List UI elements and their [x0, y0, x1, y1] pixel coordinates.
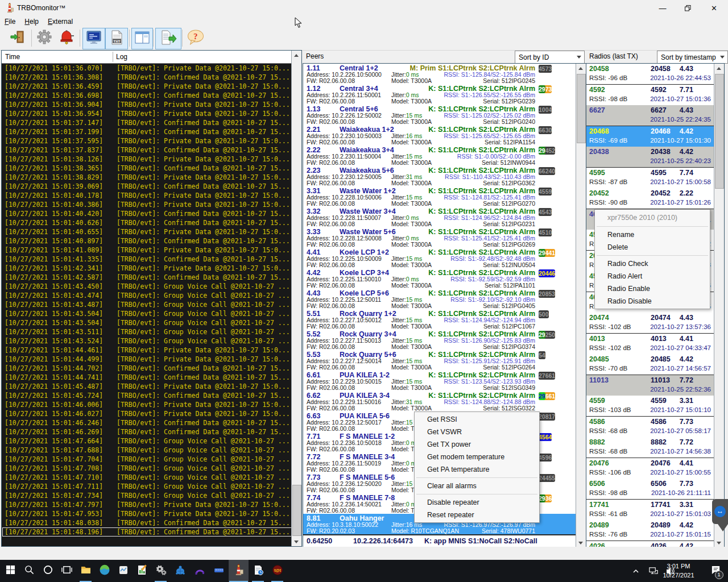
log-row[interactable]: [10/27/2021 15:01:44.499][TRBO/evt]: Pri…	[2, 355, 292, 364]
peer-row[interactable]: 3.32Waste Water 3+4K: S1:LCPtrnk S2:LCPt…	[303, 207, 576, 228]
log-row[interactable]: [10/27/2021 15:01:43.474][TRBO/evt]: Gro…	[2, 291, 292, 300]
log-row[interactable]: [10/27/2021 15:01:40.420][TRBO/evt]: Con…	[2, 209, 292, 218]
peer-row[interactable]: 4.43Koele LCP 5+6K: S1:LCPtrnk S2:LCPtrn…	[303, 289, 576, 310]
radio-row[interactable]: 20438204384.422021-10-25 22:40:23	[586, 147, 714, 168]
teamviewer-tab[interactable]: ↔	[712, 499, 728, 524]
system-monitor-button[interactable]	[114, 560, 133, 582]
peers-sort-combo[interactable]: Sort by ID	[515, 51, 585, 64]
menu-external[interactable]: External	[43, 17, 77, 27]
peer-row[interactable]: 2.21Waiakeakua 1+2K: S1:LCPtrnk S2:LCPtr…	[303, 125, 576, 146]
keyboard-app-button[interactable]	[209, 560, 228, 582]
turtle-app-button[interactable]	[171, 560, 189, 582]
radio-row[interactable]: 401340134.41RSSI: -102 dB2021-10-27 04:3…	[586, 334, 714, 355]
radio-row[interactable]: 459245927.71RSSI: -98 dB2021-10-27 15:01…	[586, 85, 714, 106]
exit-button[interactable]	[7, 28, 28, 48]
log-row[interactable]: [10/27/2021 15:01:43.504][TRBO/evt]: Gro…	[2, 318, 292, 327]
log-row[interactable]: [10/27/2021 15:01:36.459][TRBO/evt]: Pri…	[2, 82, 292, 91]
log-row[interactable]: [10/27/2021 15:01:47.710][TRBO/evt]: Gro…	[2, 473, 292, 482]
log-row[interactable]: [10/27/2021 15:01:42.587][TRBO/evt]: Con…	[2, 273, 292, 282]
log-row[interactable]: [10/27/2021 15:01:46.027][TRBO/evt]: Pri…	[2, 409, 292, 418]
menu-item-disable-repeater[interactable]: Disable repeater	[415, 496, 539, 509]
peers-footer-row[interactable]: 0.64250 10.2.226.14:64473 K: app MNIS S1…	[303, 535, 576, 547]
radio-row[interactable]: 662766274.432021-10-25 22:24:35	[586, 105, 714, 126]
log-row[interactable]: [10/27/2021 15:01:43.511][TRBO/evt]: Gro…	[2, 327, 292, 336]
scroll-down-arrow[interactable]	[292, 537, 301, 546]
peer-row[interactable]: 5.53Rock Quarry 5+6K: S1:LCPtrnk S2:LCPt…	[303, 350, 576, 371]
log-row[interactable]: [10/27/2021 15:01:48.038][TRBO/evt]: Con…	[2, 518, 292, 527]
peer-row[interactable]: 4.41Koele LCP 1+2K: S1:LCPtrnk S2:LCPtrn…	[303, 248, 576, 269]
monitor-view-button[interactable]	[82, 28, 105, 49]
log-row[interactable]: [10/27/2021 15:01:47.953][TRBO/evt]: Pri…	[2, 509, 292, 518]
radio-row[interactable]: 20458204584.43RSSI: -96 dB2021-10-26 22:…	[586, 64, 714, 85]
edge-button[interactable]	[95, 560, 114, 582]
log-row[interactable]: [10/27/2021 15:01:46.006][TRBO/evt]: Pri…	[2, 400, 292, 409]
log-chart-app-button[interactable]	[133, 560, 151, 582]
scroll-thumb[interactable]	[292, 485, 301, 536]
log-row[interactable]: [10/27/2021 15:01:45.487][TRBO/evt]: Pri…	[2, 382, 292, 391]
peer-row[interactable]: 4.42Koele LCP 3+4K: S1:LCPtrnk S2:LCPtrn…	[303, 268, 576, 289]
notification-center-button[interactable]: 1	[705, 560, 726, 582]
log-row[interactable]: [10/27/2021 15:01:39.069][TRBO/evt]: Con…	[2, 182, 292, 191]
scroll-down-arrow[interactable]	[576, 538, 585, 547]
peer-row[interactable]: 3.31Waste Water 1+2K: S1:LCPtrnk S2:LCPt…	[303, 186, 576, 207]
trbomonitor-taskbar-button[interactable]	[229, 560, 249, 582]
log-row[interactable]: [10/27/2021 15:01:41.335][TRBO/evt]: Con…	[2, 255, 292, 264]
log-row[interactable]: [10/27/2021 15:01:38.829][TRBO/evt]: Pri…	[2, 173, 292, 182]
log-row[interactable]: [10/27/2021 15:01:47.734][TRBO/evt]: Gro…	[2, 491, 292, 500]
menu-item-radio-enable[interactable]: Radio Enable	[595, 282, 710, 295]
search-button[interactable]	[20, 560, 39, 582]
peer-row[interactable]: 2.22Waiakeakua 3+4K: S1:LCPtrnk S2:LCPtr…	[303, 146, 576, 167]
log-row[interactable]: [10/27/2021 15:01:38.126][TRBO/evt]: Pri…	[2, 155, 292, 164]
log-row[interactable]: [10/27/2021 15:01:47.664][TRBO/evt]: Gro…	[2, 436, 292, 446]
services-gears-button[interactable]	[151, 560, 170, 582]
log-row[interactable]: [10/27/2021 15:01:36.904][TRBO/evt]: Pri…	[2, 100, 292, 109]
menu-item-reset-repeater[interactable]: Reset repeater	[415, 509, 539, 521]
file-explorer-button[interactable]	[76, 560, 95, 582]
log-row[interactable]: [10/27/2021 15:01:36.698][TRBO/evt]: Con…	[2, 91, 292, 100]
radios-sort-combo[interactable]: Sort by timestamp	[657, 51, 728, 64]
radio-row[interactable]: 650665067.73RSSI: -98 dB2021-10-26 21:11…	[586, 479, 714, 500]
close-button[interactable]: ✕	[700, 0, 728, 16]
peer-row[interactable]: 6.62PUA KILEA 3-4K: S1:LCPtrnk S2:LCPtrn…	[303, 391, 576, 412]
menu-item-get-tx-power[interactable]: Get TX power	[415, 438, 539, 451]
log-row[interactable]: [10/27/2021 15:01:47.711][TRBO/evt]: Gro…	[2, 482, 292, 491]
menu-item-get-vswr[interactable]: Get VSWR	[415, 426, 539, 438]
log-row[interactable]: [10/27/2021 15:01:46.246][TRBO/evt]: Con…	[2, 418, 292, 427]
log-row[interactable]: [10/27/2021 15:01:36.954][TRBO/evt]: Pri…	[2, 109, 292, 118]
menu-item-radio-disable[interactable]: Radio Disable	[595, 295, 710, 307]
restore-button[interactable]	[675, 0, 700, 16]
menu-item-rename[interactable]: Rename	[595, 228, 710, 241]
menu-item-get-modem-temperature[interactable]: Get modem temperature	[415, 451, 539, 463]
peer-row[interactable]: 3.33Waste Water 5+6K: S1:LCPtrnk S2:LCPt…	[303, 227, 576, 248]
log-row[interactable]: [10/27/2021 15:01:37.595][TRBO/evt]: Pri…	[2, 136, 292, 146]
log-row[interactable]: [10/27/2021 15:01:37.199][TRBO/evt]: Con…	[2, 127, 292, 136]
peer-row[interactable]: 5.51Rock Quarry 1+2K: S1:LCPtrnk S2:LCPt…	[303, 309, 576, 330]
task-view-button[interactable]	[57, 560, 76, 582]
log-row[interactable]: [10/27/2021 15:01:43.487][TRBO/evt]: Gro…	[2, 300, 292, 309]
split-view-button[interactable]	[131, 28, 153, 49]
tray-chevron-button[interactable]	[628, 560, 643, 582]
log-row[interactable]: [10/27/2021 15:01:45.724][TRBO/evt]: Con…	[2, 391, 292, 400]
menu-item-radio-alert[interactable]: Radio Alert	[595, 270, 710, 282]
log-scrollbar[interactable]	[291, 51, 301, 546]
log-row[interactable]: [10/27/2021 15:01:44.461][TRBO/evt]: Pri…	[2, 346, 292, 355]
scroll-down-arrow[interactable]	[714, 538, 723, 547]
menu-item-delete[interactable]: Delete	[595, 241, 710, 253]
menu-item-clear-all-alarms[interactable]: Clear all alarms	[415, 480, 539, 492]
radio-row[interactable]: 888288827.72RSSI: -68 dB2021-10-27 14:56…	[586, 437, 714, 458]
scroll-up-arrow[interactable]	[714, 64, 723, 73]
log-row[interactable]: [10/27/2021 15:01:40.897][TRBO/evt]: Con…	[2, 236, 292, 246]
log-row[interactable]: [10/27/2021 15:01:36.308][TRBO/evt]: Con…	[2, 73, 292, 82]
scroll-thumb[interactable]	[577, 74, 586, 143]
radio-row[interactable]: 20468204684.42RSSI: -69 dB2021-10-27 15:…	[586, 126, 714, 147]
alarm-button[interactable]	[56, 28, 77, 48]
radio-row[interactable]: 459545957.74RSSI: -87 dB2021-10-27 15:00…	[586, 168, 714, 189]
radio-row[interactable]: 20489204894.42RSSI: -76 dB2021-10-27 15:…	[586, 520, 714, 541]
log-row[interactable]: [10/27/2021 15:01:40.386][TRBO/evt]: Pri…	[2, 200, 292, 209]
headset-app-button[interactable]	[190, 560, 209, 582]
column-divider[interactable]	[113, 52, 113, 62]
peer-row[interactable]: 2.23Waiakeakua 5+6K: S1:LCPtrnk S2:LCPtr…	[303, 166, 576, 187]
radio-row[interactable]: 20476204764.41RSSI: -106 dB2021-10-27 15…	[586, 458, 714, 479]
log-row[interactable]: [10/27/2021 15:01:41.089][TRBO/evt]: Pri…	[2, 246, 292, 255]
menu-help[interactable]: Help	[20, 17, 43, 27]
